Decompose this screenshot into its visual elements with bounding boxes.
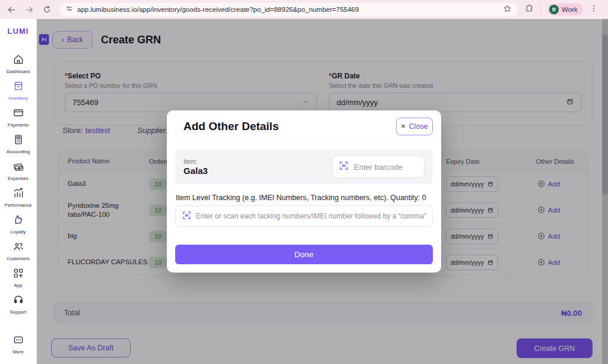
home-icon (12, 53, 24, 68)
sidebar-item-loyalty[interactable]: Loyalty (1, 214, 36, 235)
inventory-icon (12, 80, 24, 94)
address-bar[interactable]: app.lumibusiness.io/app/inventory/goods-… (59, 3, 518, 17)
chart-icon (12, 187, 24, 201)
barcode-icon (338, 160, 349, 173)
chrome-separator (540, 5, 541, 14)
sidebar-item-label: More (12, 349, 23, 354)
tracking-input-wrap (175, 205, 433, 227)
barcode-icon (182, 210, 192, 223)
site-settings-icon[interactable] (65, 4, 73, 15)
calculator-icon (12, 134, 24, 148)
add-other-details-modal: Add Other Details × Close Item: Gala3 It… (167, 110, 441, 273)
sidebar-item-dashboard[interactable]: Dashboard (1, 53, 36, 74)
sidebar-item-label: Customers (7, 256, 30, 261)
done-button[interactable]: Done (175, 245, 433, 264)
sidebar-item-customers[interactable]: Customers (1, 240, 36, 261)
tracking-numbers-input[interactable] (196, 212, 426, 220)
modal-title: Add Other Details (175, 120, 278, 133)
close-button[interactable]: × Close (396, 118, 433, 135)
close-icon: × (401, 122, 406, 131)
extensions-icon[interactable] (525, 4, 534, 15)
browser-forward-icon[interactable] (24, 4, 34, 15)
url-text: app.lumibusiness.io/app/inventory/goods-… (77, 6, 499, 13)
sidebar-item-label: Payments (8, 122, 29, 128)
barcode-input-wrap (332, 156, 425, 178)
sidebar-item-inventory[interactable]: Inventory (1, 80, 36, 101)
sidebar-item-accounting[interactable]: Accounting (1, 134, 36, 154)
sidebar-item-payments[interactable]: Payments (1, 107, 36, 128)
profile-avatar: B (549, 5, 559, 14)
people-icon (12, 240, 24, 255)
lumi-logo: LUMI (8, 27, 29, 36)
browser-back-icon[interactable] (6, 4, 17, 15)
money-icon (12, 160, 24, 175)
profile-name: Work (562, 6, 578, 13)
item-label: Item: (183, 158, 208, 165)
item-info: Item: Gala3 (183, 158, 208, 176)
browser-profile-chip[interactable]: B Work (547, 4, 583, 15)
item-value: Gala3 (183, 166, 208, 176)
browser-reload-icon[interactable] (42, 4, 52, 15)
close-label: Close (409, 122, 428, 131)
sidebar-item-label: Accounting (7, 149, 30, 154)
tracking-label: Item Level Tracking (e.g. IMEI Numbers, … (176, 194, 433, 202)
sidebar-item-label: Performance (5, 202, 32, 208)
sidebar-item-support[interactable]: Support (1, 294, 36, 315)
sidebar-item-expenses[interactable]: Expenses (1, 160, 36, 181)
sidebar-item-label: Loyalty (11, 229, 26, 235)
apps-plus-icon (12, 267, 24, 281)
modal-header: Add Other Details × Close (175, 110, 433, 143)
card-icon (12, 107, 24, 121)
sidebar-item-label: App (14, 283, 22, 288)
sidebar-item-label: Dashboard (7, 69, 30, 74)
more-icon (12, 334, 24, 348)
sidebar: LUMI Dashboard Inventory Payments Accoun… (0, 19, 37, 364)
sidebar-item-performance[interactable]: Performance (1, 187, 36, 208)
sidebar-item-more[interactable]: More (1, 334, 36, 354)
item-summary-box: Item: Gala3 (175, 150, 433, 184)
thumb-up-icon (12, 214, 24, 228)
browser-menu-icon[interactable] (590, 4, 598, 15)
bookmark-star-icon[interactable] (503, 4, 512, 15)
sidebar-item-label: Support (10, 309, 26, 315)
headset-icon (12, 294, 24, 308)
barcode-input[interactable] (354, 163, 418, 172)
sidebar-item-label: Expenses (8, 176, 28, 181)
sidebar-item-label: Inventory (8, 96, 28, 101)
sidebar-item-app[interactable]: App (1, 267, 36, 288)
browser-chrome: app.lumibusiness.io/app/inventory/goods-… (0, 0, 608, 19)
